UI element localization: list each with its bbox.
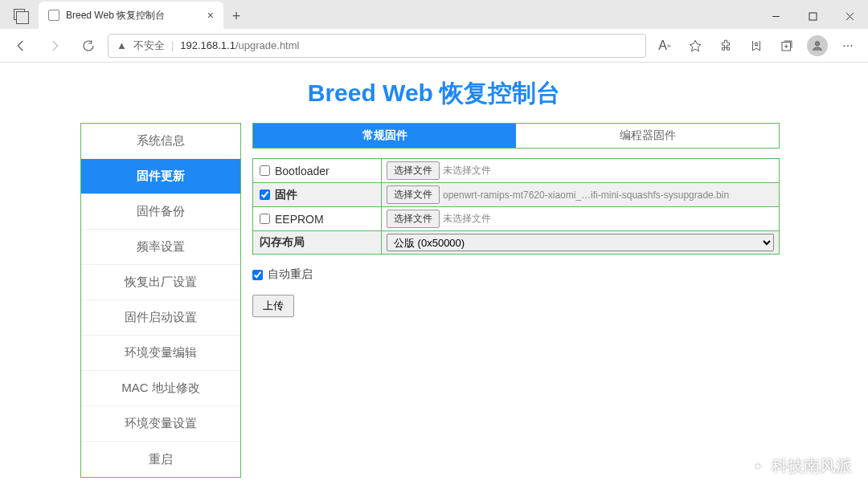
row-label: 固件: [275, 188, 297, 202]
file-status: 未选择文件: [443, 164, 491, 177]
refresh-button[interactable]: [74, 31, 103, 60]
sidebar: 系统信息固件更新固件备份频率设置恢复出厂设置固件启动设置环境变量编辑MAC 地址…: [80, 123, 241, 478]
content-tab[interactable]: 编程器固件: [516, 124, 779, 148]
sidebar-item[interactable]: 频率设置: [81, 230, 240, 265]
row-value-cell: 选择文件未选择文件: [382, 159, 779, 182]
flash-layout-select[interactable]: 公版 (0x50000): [387, 234, 774, 251]
row-label-cell: 固件: [253, 183, 382, 206]
forward-button[interactable]: [40, 31, 69, 60]
content-tab[interactable]: 常规固件: [253, 124, 516, 148]
row-value-cell: 选择文件openwrt-ramips-mt7620-xiaomi_…ifi-mi…: [382, 183, 779, 206]
sidebar-item[interactable]: 重启: [81, 442, 240, 477]
address-bar[interactable]: ▲ 不安全 | 192.168.1.1/upgrade.html: [108, 34, 646, 58]
browser-tab[interactable]: Breed Web 恢复控制台 ×: [39, 2, 223, 29]
choose-file-button[interactable]: 选择文件: [387, 161, 440, 180]
insecure-label: 不安全: [133, 39, 165, 53]
svg-point-11: [815, 41, 819, 45]
row-label: Bootloader: [275, 165, 330, 177]
read-aloud-icon[interactable]: A»: [651, 32, 678, 59]
more-icon[interactable]: ···: [834, 32, 862, 59]
close-window-button[interactable]: [831, 3, 868, 29]
upload-button[interactable]: 上传: [252, 295, 294, 317]
tab-actions-icon[interactable]: [0, 0, 39, 29]
auto-reboot-label: 自动重启: [268, 267, 313, 282]
content-tabs: 常规固件编程器固件: [252, 123, 780, 149]
url-host: 192.168.1.1: [180, 39, 235, 51]
url-path: /upgrade.html: [235, 39, 300, 51]
file-status: 未选择文件: [443, 212, 491, 226]
flash-layout-cell: 公版 (0x50000): [382, 231, 779, 254]
extensions-icon[interactable]: [712, 32, 739, 59]
sidebar-item[interactable]: 环境变量编辑: [81, 336, 240, 371]
tab-title: Breed Web 恢复控制台: [66, 9, 165, 22]
window-titlebar: Breed Web 恢复控制台 × +: [0, 0, 868, 29]
auto-reboot-row: 自动重启: [252, 267, 780, 282]
auto-reboot-checkbox[interactable]: [252, 270, 263, 280]
row-label: EEPROM: [275, 213, 324, 226]
row-label-cell: Bootloader: [253, 159, 382, 182]
row-label-cell: EEPROM: [253, 207, 382, 230]
row-checkbox[interactable]: [260, 190, 270, 200]
sidebar-item[interactable]: 环境变量设置: [81, 406, 240, 442]
maximize-button[interactable]: [794, 3, 831, 29]
svg-marker-4: [690, 40, 701, 51]
minimize-button[interactable]: [757, 3, 794, 29]
sidebar-item[interactable]: 恢复出厂设置: [81, 265, 240, 300]
collections-icon[interactable]: [773, 32, 800, 59]
browser-toolbar: ▲ 不安全 | 192.168.1.1/upgrade.html A» ···: [0, 29, 868, 63]
table-row: Bootloader选择文件未选择文件: [253, 159, 779, 183]
svg-rect-1: [809, 13, 817, 20]
sidebar-item[interactable]: MAC 地址修改: [81, 371, 240, 406]
row-value-cell: 选择文件未选择文件: [382, 207, 779, 230]
choose-file-button[interactable]: 选择文件: [387, 185, 440, 204]
wechat-icon: ✦: [749, 458, 767, 475]
flash-layout-row: 闪存布局公版 (0x50000): [253, 231, 779, 254]
profile-button[interactable]: [804, 32, 831, 59]
sidebar-item[interactable]: 固件启动设置: [81, 300, 240, 336]
sidebar-item[interactable]: 固件更新: [81, 159, 240, 194]
table-row: 固件选择文件openwrt-ramips-mt7620-xiaomi_…ifi-…: [253, 183, 779, 207]
flash-layout-label: 闪存布局: [253, 231, 382, 254]
row-checkbox[interactable]: [260, 165, 270, 176]
table-row: EEPROM选择文件未选择文件: [253, 207, 779, 231]
row-checkbox[interactable]: [260, 214, 270, 224]
favorite-icon[interactable]: [682, 32, 709, 59]
new-tab-button[interactable]: +: [223, 3, 249, 29]
back-button[interactable]: [6, 31, 35, 60]
favorites-bar-icon[interactable]: [743, 32, 770, 59]
sidebar-item[interactable]: 固件备份: [81, 194, 240, 230]
sidebar-item[interactable]: 系统信息: [81, 124, 240, 159]
firmware-table: Bootloader选择文件未选择文件固件选择文件openwrt-ramips-…: [252, 158, 780, 255]
close-tab-icon[interactable]: ×: [207, 9, 214, 22]
page-title: Breed Web 恢复控制台: [0, 77, 868, 110]
page-icon: [48, 10, 59, 21]
watermark: ✦ 科技南风派: [749, 455, 852, 477]
choose-file-button[interactable]: 选择文件: [387, 210, 440, 228]
insecure-icon: ▲: [117, 39, 127, 51]
page-content: Breed Web 恢复控制台 系统信息固件更新固件备份频率设置恢复出厂设置固件…: [0, 63, 868, 485]
svg-marker-5: [755, 42, 759, 46]
file-status: openwrt-ramips-mt7620-xiaomi_…ifi-mini-s…: [443, 190, 729, 201]
